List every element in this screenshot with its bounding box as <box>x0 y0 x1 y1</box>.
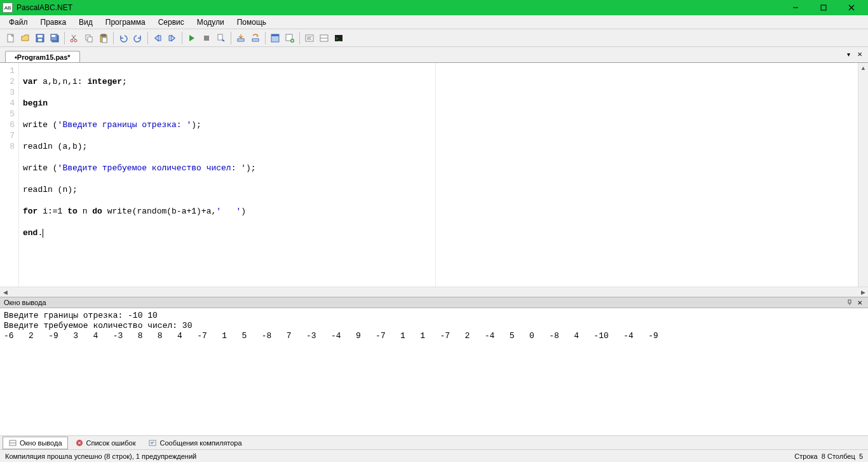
output-button[interactable] <box>317 31 331 45</box>
output-close-button[interactable]: ✕ <box>855 298 864 307</box>
errors-icon <box>75 438 84 447</box>
svg-rect-27 <box>271 34 279 36</box>
svg-rect-25 <box>252 39 259 41</box>
menu-edit[interactable]: Правка <box>34 16 73 29</box>
step-over-button[interactable] <box>248 31 262 45</box>
svg-rect-24 <box>238 39 244 41</box>
bottom-tab-compiler[interactable]: Сообщения компилятора <box>142 437 247 449</box>
separator <box>182 32 182 44</box>
code-editor[interactable]: 1 2 3 4 5 6 7 8 var a,b,n,i: integer; be… <box>0 62 868 287</box>
svg-rect-20 <box>158 36 161 41</box>
tabstrip: •Program15.pas* ▾ ✕ <box>0 47 868 62</box>
undo-button[interactable] <box>116 31 130 45</box>
app-title: PascalABC.NET <box>17 3 782 12</box>
redo-button[interactable] <box>131 31 145 45</box>
menu-file[interactable]: Файл <box>3 16 34 29</box>
margin-guide <box>435 63 436 287</box>
toolbar: >_ <box>0 29 868 47</box>
svg-rect-10 <box>51 35 55 37</box>
run-button[interactable] <box>185 31 199 45</box>
editor-tab-active[interactable]: •Program15.pas* <box>5 51 80 63</box>
svg-rect-7 <box>38 39 42 41</box>
status-message: Компиляция прошла успешно (8 строк), 1 п… <box>5 452 794 460</box>
step-into-button[interactable] <box>234 31 248 45</box>
editor-area: 1 2 3 4 5 6 7 8 var a,b,n,i: integer; be… <box>0 62 868 297</box>
save-all-button[interactable] <box>48 31 62 45</box>
text-cursor <box>43 229 43 238</box>
svg-rect-16 <box>88 37 92 42</box>
copy-button[interactable] <box>82 31 96 45</box>
maximize-button[interactable] <box>810 0 837 15</box>
bottom-tab-errors[interactable]: Список ошибок <box>69 437 142 449</box>
menu-help[interactable]: Помощь <box>231 16 273 29</box>
tab-close-button[interactable]: ✕ <box>855 50 864 58</box>
code-content[interactable]: var a,b,n,i: integer; begin write ('Введ… <box>19 63 868 287</box>
scroll-left-icon[interactable]: ◀ <box>0 289 10 296</box>
separator <box>147 32 148 44</box>
svg-rect-47 <box>149 440 156 445</box>
disasm-button[interactable] <box>302 31 316 45</box>
svg-rect-21 <box>169 36 172 41</box>
output-icon <box>8 438 17 447</box>
stop-button[interactable] <box>200 31 214 45</box>
close-button[interactable] <box>837 0 865 15</box>
menu-modules[interactable]: Модули <box>191 16 231 29</box>
nav-forward-button[interactable] <box>165 31 179 45</box>
separator <box>265 32 266 44</box>
nav-back-button[interactable] <box>151 31 165 45</box>
menu-view[interactable]: Вид <box>72 16 99 29</box>
form-designer-button[interactable] <box>268 31 282 45</box>
status-position: Строка 8 Столбец 5 <box>794 452 863 460</box>
open-file-button[interactable] <box>18 31 32 45</box>
tab-dropdown-button[interactable]: ▾ <box>844 50 853 58</box>
svg-rect-40 <box>848 300 851 303</box>
scroll-up-icon[interactable]: ▲ <box>858 63 868 73</box>
svg-rect-6 <box>37 35 43 37</box>
bottom-tab-output[interactable]: Окно вывода <box>3 437 68 449</box>
svg-rect-1 <box>821 5 826 10</box>
app-icon: AB <box>3 3 13 13</box>
new-form-button[interactable] <box>283 31 297 45</box>
svg-text:>_: >_ <box>336 36 341 41</box>
output-panel-body[interactable]: Введите границы отрезка: -10 10 Введите … <box>0 308 868 435</box>
horizontal-scrollbar[interactable]: ◀ ▶ <box>0 287 868 297</box>
minimize-button[interactable] <box>782 0 810 15</box>
titlebar: AB PascalABC.NET <box>0 0 868 15</box>
compiler-icon <box>148 438 157 447</box>
svg-rect-18 <box>102 34 105 36</box>
statusbar: Компиляция прошла успешно (8 строк), 1 п… <box>0 449 868 462</box>
svg-rect-19 <box>102 37 107 43</box>
output-pin-button[interactable] <box>845 298 854 307</box>
console-button[interactable]: >_ <box>332 31 346 45</box>
menu-service[interactable]: Сервис <box>152 16 191 29</box>
cut-button[interactable] <box>67 31 81 45</box>
output-panel-header: Окно вывода ✕ <box>0 297 868 308</box>
line-gutter: 1 2 3 4 5 6 7 8 <box>0 63 19 287</box>
separator <box>231 32 231 44</box>
new-file-button[interactable] <box>4 31 18 45</box>
output-panel-title: Окно вывода <box>4 299 844 306</box>
menu-program[interactable]: Программа <box>99 16 152 29</box>
separator <box>64 32 65 44</box>
paste-button[interactable] <box>97 31 111 45</box>
scroll-right-icon[interactable]: ▶ <box>858 289 868 296</box>
separator <box>113 32 114 44</box>
separator <box>299 32 300 44</box>
svg-rect-23 <box>218 34 222 40</box>
bottom-tabstrip: Окно вывода Список ошибок Сообщения комп… <box>0 435 868 449</box>
svg-rect-22 <box>204 36 209 41</box>
save-button[interactable] <box>33 31 47 45</box>
menubar: Файл Правка Вид Программа Сервис Модули … <box>0 15 868 29</box>
compile-button[interactable] <box>214 31 228 45</box>
window-controls <box>782 0 865 15</box>
vertical-scrollbar[interactable]: ▲ <box>858 63 868 287</box>
